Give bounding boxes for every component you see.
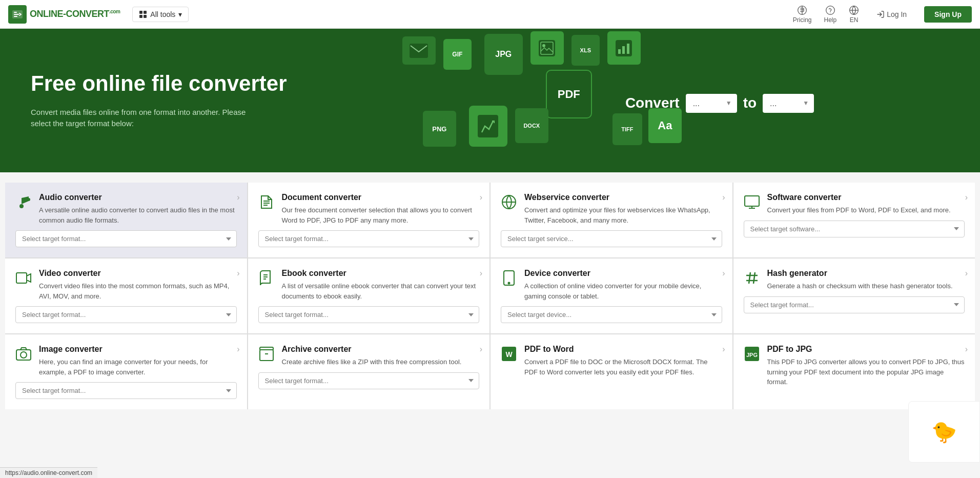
card-icon-pdf-jpg: JPG: [744, 346, 760, 364]
card-arrow: ›: [965, 345, 968, 354]
card-desc: Convert your files from PDF to Word, PDF…: [767, 205, 951, 215]
svg-point-10: [542, 44, 545, 47]
card-icon-music: [15, 194, 32, 212]
signup-button[interactable]: Sign Up: [924, 6, 972, 23]
convert-from-select[interactable]: ...: [686, 94, 737, 113]
convert-row: Convert ... to ...: [625, 94, 814, 113]
card-desc: Convert and optimize your files for webs…: [524, 205, 722, 225]
card-header: Webservice converter Convert and optimiz…: [501, 193, 722, 225]
svg-rect-13: [622, 46, 625, 54]
card-text: Video converter Convert video files into…: [39, 269, 237, 301]
card-icon-pdf-word: W: [501, 346, 517, 364]
card-icon-hash: [744, 270, 760, 288]
card-select-document[interactable]: Select target format...: [258, 230, 480, 247]
card-text: Audio converter A versatile online audio…: [39, 193, 237, 225]
converter-card-device[interactable]: › Device converter A collection of onlin…: [491, 258, 732, 333]
all-tools-label: All tools: [150, 10, 175, 18]
converter-card-ebook[interactable]: › Ebook converter A list of versatile on…: [248, 258, 490, 333]
card-icon-document: [258, 194, 275, 212]
card-desc: Here, you can find an image converter fo…: [39, 357, 237, 377]
pricing-icon: [797, 5, 807, 15]
svg-point-5: [826, 6, 834, 14]
main-content: › Audio converter A versatile online aud…: [0, 172, 980, 420]
card-header: Software converter Convert your files fr…: [744, 193, 965, 215]
convert-from-wrapper[interactable]: ...: [686, 94, 737, 113]
card-desc: Generate a hash or checksum with these h…: [767, 281, 953, 291]
hero-title: Free online file converter: [31, 71, 490, 96]
card-select-webservice[interactable]: Select target service...: [501, 230, 722, 247]
card-desc: This PDF to JPG converter allows you to …: [767, 357, 965, 387]
card-header: Video converter Convert video files into…: [15, 269, 237, 301]
converter-card-software[interactable]: › Software converter Convert your files …: [733, 183, 975, 257]
card-text: Document converter Our free document con…: [282, 193, 480, 225]
email-icon-float: [402, 36, 436, 65]
card-header: Image converter Here, you can find an im…: [15, 345, 237, 377]
docx-icon-float: DOCX: [515, 108, 548, 143]
card-header: Device converter A collection of online …: [501, 269, 722, 301]
convert-label: Convert: [625, 95, 680, 111]
svg-rect-3: [139, 15, 142, 18]
card-select-hash[interactable]: Select target format...: [744, 296, 965, 313]
svg-rect-18: [16, 273, 27, 283]
card-title: Ebook converter: [282, 269, 480, 278]
svg-point-22: [21, 352, 27, 358]
card-select-device[interactable]: Select target device...: [501, 306, 722, 323]
card-select-software[interactable]: Select target software...: [744, 221, 965, 237]
lang-nav-item[interactable]: EN: [849, 5, 859, 24]
svg-rect-4: [144, 15, 147, 18]
all-tools-button[interactable]: All tools ▾: [132, 7, 189, 22]
card-icon-video: [15, 270, 32, 288]
card-header: W PDF to Word Convert a PDF file to DOC …: [501, 345, 722, 377]
login-button[interactable]: Log In: [871, 7, 912, 22]
convert-to-select[interactable]: ...: [763, 94, 814, 113]
card-desc: A versatile online audio converter to co…: [39, 205, 237, 225]
converter-card-archive[interactable]: › Archive converter Create archive files…: [248, 334, 490, 409]
gif-icon-float: GIF: [443, 39, 472, 70]
card-text: Ebook converter A list of versatile onli…: [282, 269, 480, 301]
card-arrow: ›: [237, 193, 239, 202]
card-header: JPG PDF to JPG This PDF to JPG converter…: [744, 345, 965, 387]
card-title: Hash generator: [767, 269, 953, 278]
popup-corner: 🐤: [908, 401, 980, 420]
login-label: Log In: [887, 10, 907, 18]
converter-card-document[interactable]: › Document converter Our free document c…: [248, 183, 490, 257]
card-select-video[interactable]: Select target format...: [15, 306, 237, 323]
grid-icon: [139, 10, 147, 18]
font-icon-float: Aa: [648, 108, 682, 143]
card-title: Device converter: [524, 269, 722, 278]
card-header: Document converter Our free document con…: [258, 193, 480, 225]
lang-label: EN: [850, 16, 859, 24]
converter-card-pdf-to-jpg[interactable]: › JPG PDF to JPG This PDF to JPG convert…: [733, 334, 975, 409]
card-text: PDF to Word Convert a PDF file to DOC or…: [524, 345, 722, 377]
card-icon-globe: [501, 194, 517, 212]
card-select-archive[interactable]: Select target format...: [258, 372, 480, 389]
logo-icon: [8, 5, 27, 24]
convert-to-wrapper[interactable]: ...: [763, 94, 814, 113]
card-icon-tablet: [501, 270, 517, 288]
card-select-ebook[interactable]: Select target format...: [258, 306, 480, 323]
header-nav: Pricing Help EN Log In Sign Up: [793, 5, 972, 24]
card-arrow: ›: [722, 345, 725, 354]
card-arrow: ›: [965, 269, 968, 278]
svg-rect-17: [745, 196, 759, 206]
all-tools-chevron: ▾: [178, 10, 182, 18]
converter-card-video[interactable]: › Video converter Convert video files in…: [5, 258, 247, 333]
converter-card-image[interactable]: › Image converter Here, you can find an …: [5, 334, 247, 409]
help-nav-item[interactable]: Help: [824, 5, 836, 24]
converter-card-audio[interactable]: › Audio converter A versatile online aud…: [5, 183, 247, 257]
logo-area[interactable]: ONLINE-CONVERT.com: [8, 5, 120, 24]
card-title: Video converter: [39, 269, 237, 278]
hero-left: Free online file converter Convert media…: [31, 71, 490, 129]
converter-card-webservice[interactable]: › Webservice converter Convert and optim…: [491, 183, 732, 257]
svg-point-20: [508, 283, 510, 284]
card-arrow: ›: [722, 269, 725, 278]
card-select-audio[interactable]: Select target format...: [15, 230, 237, 247]
pricing-label: Pricing: [793, 16, 812, 24]
card-select-image[interactable]: Select target format...: [15, 382, 237, 399]
globe-icon: [849, 5, 859, 15]
converter-card-hash[interactable]: › Hash generator Generate a hash or chec…: [733, 258, 975, 333]
converter-card-pdf-to-word[interactable]: › W PDF to Word Convert a PDF file to DO…: [491, 334, 732, 409]
pricing-nav-item[interactable]: Pricing: [793, 5, 812, 24]
card-title: Image converter: [39, 345, 237, 354]
svg-text:W: W: [505, 350, 513, 358]
